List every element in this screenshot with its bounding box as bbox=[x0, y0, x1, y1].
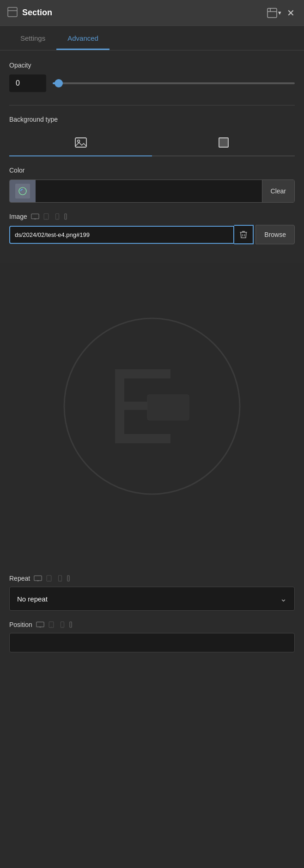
color-swatch[interactable] bbox=[10, 180, 36, 202]
extra-icon-position bbox=[69, 621, 72, 628]
repeat-device-icons bbox=[34, 575, 70, 582]
svg-rect-23 bbox=[147, 395, 189, 420]
tab-settings[interactable]: Settings bbox=[9, 26, 56, 50]
image-device-icons bbox=[31, 213, 67, 220]
bg-type-color-button[interactable] bbox=[152, 130, 295, 155]
desktop-icon-image[interactable] bbox=[31, 213, 39, 220]
color-square-icon bbox=[217, 136, 230, 149]
svg-rect-31 bbox=[67, 576, 69, 581]
svg-point-38 bbox=[62, 626, 62, 627]
image-path-input[interactable] bbox=[9, 226, 234, 244]
bg-type-label: Background type bbox=[9, 116, 295, 123]
opacity-slider-thumb[interactable] bbox=[55, 79, 63, 87]
svg-point-36 bbox=[51, 626, 51, 627]
svg-rect-24 bbox=[34, 576, 42, 581]
color-label: Color bbox=[9, 167, 295, 174]
delete-image-button[interactable] bbox=[234, 225, 254, 244]
desktop-icon-position[interactable] bbox=[36, 621, 44, 628]
repeat-value: No repeat bbox=[17, 595, 48, 603]
close-button[interactable]: ✕ bbox=[285, 6, 297, 20]
divider-1 bbox=[9, 105, 295, 105]
svg-point-14 bbox=[57, 218, 57, 219]
repeat-label: Repeat bbox=[9, 575, 30, 582]
svg-rect-7 bbox=[219, 138, 228, 147]
tab-advanced[interactable]: Advanced bbox=[56, 26, 109, 50]
mobile-icon-image[interactable] bbox=[53, 213, 61, 220]
opacity-label: Opacity bbox=[9, 62, 295, 69]
repeat-section-header: Repeat bbox=[9, 575, 295, 582]
tab-settings-label: Settings bbox=[20, 34, 45, 42]
opacity-slider-wrapper bbox=[53, 79, 295, 88]
image-icon bbox=[74, 136, 87, 149]
close-icon: ✕ bbox=[287, 7, 295, 19]
browse-button[interactable]: Browse bbox=[255, 225, 295, 244]
trash-icon bbox=[240, 230, 247, 239]
chevron-down-icon: ⌄ bbox=[280, 594, 287, 604]
options-dropdown-button[interactable]: ▾ bbox=[267, 8, 281, 18]
bg-type-row bbox=[9, 130, 295, 156]
opacity-row bbox=[9, 74, 295, 92]
position-device-icons bbox=[36, 621, 72, 628]
position-input[interactable] bbox=[9, 633, 295, 652]
position-input-row bbox=[9, 633, 295, 652]
svg-rect-0 bbox=[8, 7, 17, 17]
svg-rect-15 bbox=[65, 214, 67, 219]
svg-rect-32 bbox=[36, 622, 44, 627]
clear-button[interactable]: Clear bbox=[262, 180, 294, 202]
header-actions: ▾ ✕ bbox=[267, 6, 297, 20]
image-section-header: Image bbox=[9, 213, 295, 220]
opacity-input[interactable] bbox=[9, 74, 46, 92]
repeat-section: Repeat No bbox=[9, 575, 295, 611]
image-preview-area bbox=[0, 263, 304, 550]
color-swatch-inner bbox=[15, 184, 30, 198]
mobile-icon-position[interactable] bbox=[58, 621, 67, 628]
preview-logo bbox=[55, 309, 249, 503]
dropdown-arrow-icon: ▾ bbox=[278, 9, 281, 16]
svg-rect-39 bbox=[70, 622, 72, 627]
position-label: Position bbox=[9, 621, 32, 628]
page-title: Section bbox=[22, 8, 267, 18]
extra-icon-image bbox=[64, 213, 67, 220]
svg-point-28 bbox=[49, 580, 49, 581]
tab-advanced-label: Advanced bbox=[67, 34, 98, 42]
image-label: Image bbox=[9, 213, 27, 220]
svg-point-30 bbox=[60, 580, 60, 581]
repeat-dropdown[interactable]: No repeat ⌄ bbox=[9, 587, 295, 611]
section-icon bbox=[7, 7, 18, 19]
svg-rect-22 bbox=[115, 434, 170, 443]
svg-point-12 bbox=[46, 218, 46, 219]
tablet-icon-position[interactable] bbox=[47, 621, 55, 628]
bg-type-image-button[interactable] bbox=[9, 130, 152, 155]
svg-point-6 bbox=[77, 140, 79, 143]
color-input-area[interactable] bbox=[36, 180, 262, 202]
color-row: Clear bbox=[9, 180, 295, 203]
opacity-slider-track[interactable] bbox=[53, 82, 295, 84]
color-section: Color Clear bbox=[9, 167, 295, 203]
bottom-content-area: Repeat No bbox=[0, 564, 304, 674]
svg-rect-2 bbox=[268, 8, 277, 18]
svg-rect-20 bbox=[115, 369, 170, 378]
svg-rect-8 bbox=[31, 214, 39, 219]
image-input-row: Browse bbox=[9, 225, 295, 244]
header: Section ▾ ✕ bbox=[0, 0, 304, 26]
desktop-icon-repeat[interactable] bbox=[34, 575, 42, 582]
image-section: Image bbox=[9, 213, 295, 244]
mobile-icon-repeat[interactable] bbox=[56, 575, 64, 582]
position-section-header: Position bbox=[9, 621, 295, 628]
color-picker-icon bbox=[18, 187, 27, 195]
position-section: Position bbox=[9, 621, 295, 652]
tablet-icon-repeat[interactable] bbox=[45, 575, 53, 582]
tabs-bar: Settings Advanced bbox=[0, 26, 304, 50]
extra-icon-repeat bbox=[67, 575, 70, 582]
svg-rect-5 bbox=[75, 138, 86, 147]
content-area: Opacity Background type Color bbox=[0, 50, 304, 263]
tablet-icon-image[interactable] bbox=[42, 213, 50, 220]
